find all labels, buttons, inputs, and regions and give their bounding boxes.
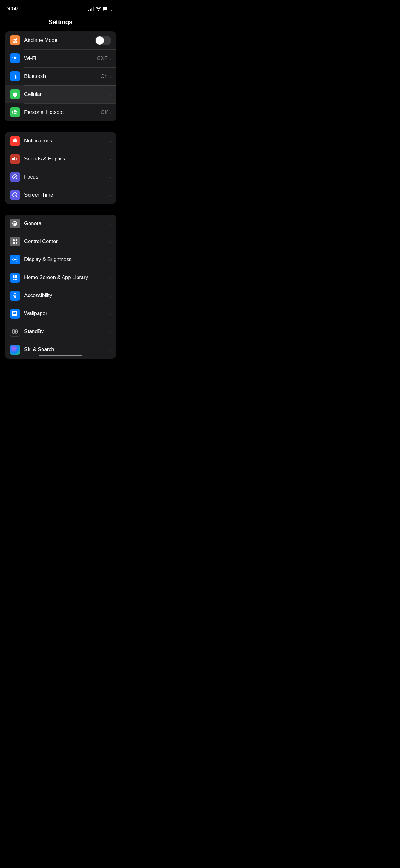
home-screen-icon — [10, 273, 20, 282]
screen-time-label: Screen Time — [24, 192, 109, 198]
focus-label: Focus — [24, 174, 109, 180]
accessibility-label: Accessibility — [24, 292, 109, 299]
cellular-icon — [10, 89, 20, 99]
wifi-label: Wi-Fi — [24, 55, 97, 61]
svg-rect-3 — [15, 242, 18, 244]
wifi-status-icon — [96, 6, 101, 11]
standby-row[interactable]: 9 41 StandBy › — [5, 322, 116, 341]
cellular-chevron: › — [109, 92, 111, 97]
screen-time-row[interactable]: Screen Time › — [5, 186, 116, 204]
control-center-row[interactable]: Control Center › — [5, 232, 116, 251]
control-center-icon — [10, 237, 20, 247]
siri-search-row[interactable]: Siri & Search › — [5, 341, 116, 359]
cellular-row[interactable]: Cellular › — [5, 85, 116, 103]
svg-rect-7 — [16, 275, 18, 277]
connectivity-group: Airplane Mode Wi-Fi GXF › Bluetooth On › — [5, 31, 116, 121]
svg-rect-9 — [14, 277, 15, 278]
home-screen-row[interactable]: Home Screen & App Library › — [5, 269, 116, 286]
personal-hotspot-chevron: › — [109, 110, 111, 115]
wallpaper-label: Wallpaper — [24, 310, 109, 317]
svg-point-14 — [14, 293, 15, 294]
svg-rect-12 — [14, 279, 15, 280]
display-general-group: General › Control Center › Display & Bri… — [5, 215, 116, 359]
wallpaper-row[interactable]: Wallpaper › — [5, 305, 116, 322]
notifications-icon — [10, 136, 20, 146]
battery-icon — [103, 6, 113, 11]
wifi-value: GXF — [97, 55, 108, 61]
status-icons — [88, 6, 113, 11]
svg-rect-10 — [16, 277, 18, 278]
control-center-chevron: › — [109, 239, 111, 244]
svg-rect-8 — [13, 277, 14, 278]
siri-search-label: Siri & Search — [24, 346, 109, 353]
bluetooth-row[interactable]: Bluetooth On › — [5, 67, 116, 85]
hotspot-icon — [10, 107, 20, 117]
control-center-label: Control Center — [24, 239, 109, 245]
svg-rect-1 — [15, 239, 18, 241]
bluetooth-chevron: › — [109, 74, 111, 79]
display-icon — [10, 254, 20, 265]
accessibility-icon — [10, 290, 20, 301]
general-chevron: › — [109, 221, 111, 226]
svg-rect-2 — [13, 242, 14, 244]
standby-chevron: › — [109, 329, 111, 334]
personal-hotspot-value: Off — [101, 109, 108, 116]
home-screen-label: Home Screen & App Library — [24, 274, 109, 281]
wifi-row[interactable]: Wi-Fi GXF › — [5, 49, 116, 67]
display-brightness-chevron: › — [109, 257, 111, 262]
focus-chevron: › — [109, 175, 111, 180]
sounds-haptics-chevron: › — [109, 156, 111, 162]
bluetooth-icon — [10, 71, 20, 81]
general-icon — [10, 219, 20, 228]
notifications-group: Notifications › Sounds & Haptics › Focus… — [5, 132, 116, 204]
focus-icon — [10, 172, 20, 182]
wallpaper-chevron: › — [109, 311, 111, 316]
airplane-mode-row[interactable]: Airplane Mode — [5, 31, 116, 49]
notifications-label: Notifications — [24, 138, 109, 144]
standby-label: StandBy — [24, 329, 109, 335]
personal-hotspot-row[interactable]: Personal Hotspot Off › — [5, 103, 116, 121]
personal-hotspot-label: Personal Hotspot — [24, 109, 101, 116]
svg-point-4 — [14, 258, 16, 260]
general-label: General — [24, 220, 109, 227]
siri-icon — [10, 345, 20, 354]
sounds-icon — [10, 154, 20, 164]
svg-rect-5 — [13, 275, 14, 277]
svg-rect-11 — [13, 279, 14, 280]
sounds-haptics-row[interactable]: Sounds & Haptics › — [5, 150, 116, 168]
notifications-row[interactable]: Notifications › — [5, 132, 116, 150]
standby-icon: 9 41 — [10, 327, 20, 337]
cellular-label: Cellular — [24, 91, 109, 97]
sounds-haptics-label: Sounds & Haptics — [24, 156, 109, 162]
svg-text:9: 9 — [13, 331, 14, 333]
home-screen-chevron: › — [109, 275, 111, 280]
general-row[interactable]: General › — [5, 215, 116, 232]
wallpaper-icon — [10, 309, 20, 318]
screen-time-icon — [10, 190, 20, 200]
focus-row[interactable]: Focus › — [5, 168, 116, 186]
accessibility-row[interactable]: Accessibility › — [5, 286, 116, 305]
svg-rect-6 — [14, 275, 15, 277]
display-brightness-row[interactable]: Display & Brightness › — [5, 251, 116, 269]
display-brightness-label: Display & Brightness — [24, 256, 109, 262]
svg-rect-13 — [16, 279, 18, 280]
airplane-mode-toggle[interactable] — [95, 36, 111, 45]
svg-rect-0 — [13, 239, 14, 241]
wifi-icon — [10, 53, 20, 63]
airplane-mode-label: Airplane Mode — [24, 37, 95, 43]
status-bar: 9:50 — [0, 0, 121, 16]
airplane-mode-icon — [10, 35, 20, 45]
screen-time-chevron: › — [109, 192, 111, 198]
bluetooth-label: Bluetooth — [24, 73, 100, 80]
siri-search-chevron: › — [109, 347, 111, 352]
page-title: Settings — [0, 16, 121, 31]
accessibility-chevron: › — [109, 293, 111, 298]
notifications-chevron: › — [109, 138, 111, 144]
status-time: 9:50 — [7, 6, 18, 12]
signal-icon — [88, 6, 94, 11]
svg-text:41: 41 — [15, 331, 18, 333]
bluetooth-value: On — [100, 73, 108, 80]
svg-point-15 — [14, 312, 14, 313]
wifi-chevron: › — [109, 56, 111, 61]
